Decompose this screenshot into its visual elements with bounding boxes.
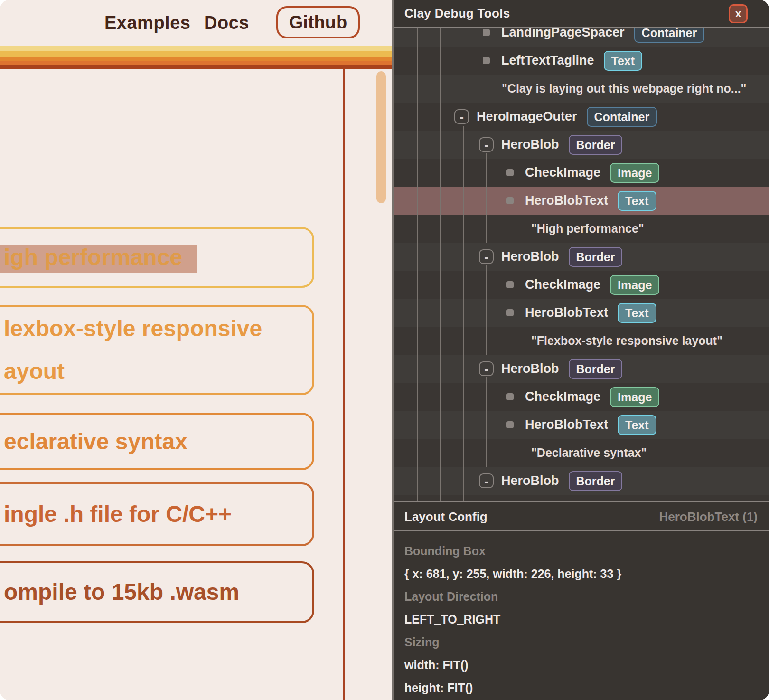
config-field-label: Sizing xyxy=(404,631,759,653)
tree-element-row[interactable]: -HeroBlobBorder xyxy=(394,131,769,159)
element-type-badge: Image xyxy=(610,275,659,295)
tree-indent-guide xyxy=(417,28,418,501)
hero-feature-box: ompile to 15kb .wasm xyxy=(0,561,314,623)
leaf-bullet-icon xyxy=(506,421,514,428)
text-content-preview: "Clay is laying out this webpage right n… xyxy=(502,75,746,103)
element-name: HeroBlobTextText xyxy=(525,187,656,215)
hero-feature-text: ayout xyxy=(0,350,312,393)
config-field-value: { x: 681, y: 255, width: 226, height: 33… xyxy=(404,562,759,585)
nav-docs-link[interactable]: Docs xyxy=(204,0,249,46)
tree-text-preview-row[interactable]: "Clay is laying out this webpage right n… xyxy=(394,75,769,103)
nav-examples-link[interactable]: Examples xyxy=(104,0,190,46)
brand-stripe xyxy=(0,51,392,57)
layout-config-title: Layout Config xyxy=(404,502,488,531)
tree-element-row[interactable]: LeftTextTaglineText xyxy=(394,47,769,75)
github-button[interactable]: Github xyxy=(276,6,360,38)
collapse-minus-icon[interactable]: - xyxy=(479,361,494,376)
tree-element-row[interactable]: CheckImageImage xyxy=(394,159,769,187)
element-type-badge: Image xyxy=(610,163,659,183)
leaf-bullet-icon xyxy=(506,169,514,176)
element-name: HeroBlobBorder xyxy=(501,355,622,383)
page-section-divider xyxy=(343,69,345,700)
element-type-badge: Border xyxy=(569,359,623,379)
tree-element-row[interactable]: -HeroBlobBorder xyxy=(394,355,769,383)
element-name: HeroBlobBorder xyxy=(501,243,622,271)
layout-config-section: Layout Config HeroBlobText (1) Bounding … xyxy=(394,501,769,700)
tree-text-preview-row[interactable]: "High performance" xyxy=(394,215,769,243)
element-type-badge: Container xyxy=(634,28,705,43)
hero-feature-box: ingle .h file for C/C++ xyxy=(0,482,314,546)
hero-feature-text: lexbox-style responsive xyxy=(0,307,312,350)
config-field-label: Bounding Box xyxy=(404,539,759,562)
config-field-value: height: FIT() xyxy=(404,676,759,699)
hero-feature-box: lexbox-style responsiveayout xyxy=(0,305,314,395)
tree-element-row[interactable]: -HeroImageOuterContainer xyxy=(394,103,769,131)
collapse-minus-icon[interactable]: - xyxy=(479,249,494,264)
hero-feature-text: eclarative syntax xyxy=(0,420,312,463)
element-name: LeftTextTaglineText xyxy=(501,47,642,75)
tree-indent-guide xyxy=(486,265,487,355)
element-name: HeroImageOuterContainer xyxy=(477,103,657,131)
tree-element-row[interactable]: HeroBlobTextText xyxy=(394,299,769,327)
config-field-label: Layout Direction xyxy=(404,585,759,608)
layout-config-header: Layout Config HeroBlobText (1) xyxy=(394,502,769,531)
element-name: HeroBlobBorder xyxy=(501,467,622,495)
tree-element-row[interactable]: LandingPageSpacerContainer xyxy=(394,28,769,47)
clay-debug-panel: Clay Debug Tools x LandingPageSpacerCont… xyxy=(392,0,769,700)
brand-stripe xyxy=(0,61,392,65)
config-field-value: LEFT_TO_RIGHT xyxy=(404,608,759,631)
element-type-badge: Container xyxy=(587,107,657,127)
tree-indent-guide xyxy=(440,28,441,501)
collapse-minus-icon[interactable]: - xyxy=(454,109,469,124)
tree-element-row[interactable]: CheckImageImage xyxy=(394,383,769,411)
element-type-badge: Text xyxy=(618,303,656,323)
element-name: LandingPageSpacerContainer xyxy=(501,28,704,47)
hero-feature-box: eclarative syntax xyxy=(0,413,314,470)
hero-feature-text: igh performance xyxy=(0,236,312,279)
tree-indent-guide xyxy=(463,126,464,501)
tree-indent-guide xyxy=(486,377,487,467)
tree-text-preview-row[interactable]: "Declarative syntax" xyxy=(394,439,769,467)
hero-feature-text: ompile to 15kb .wasm xyxy=(0,571,312,614)
element-tree: LandingPageSpacerContainerLeftTextTaglin… xyxy=(394,28,769,501)
element-type-badge: Border xyxy=(569,247,623,267)
app-window: Examples Docs Github igh performancelexb… xyxy=(0,0,769,700)
tree-element-row[interactable]: HeroBlobTextText xyxy=(394,187,769,215)
leaf-bullet-icon xyxy=(506,197,514,204)
debug-panel-header: Clay Debug Tools x xyxy=(394,0,769,28)
leaf-bullet-icon xyxy=(506,281,514,288)
text-content-preview: "Flexbox-style responsive layout" xyxy=(531,327,722,355)
element-name: HeroBlobTextText xyxy=(525,299,656,327)
collapse-minus-icon[interactable]: - xyxy=(479,137,494,152)
element-name: CheckImageImage xyxy=(525,159,659,187)
tree-element-row[interactable]: HeroBlobTextText xyxy=(394,411,769,439)
brand-stripe-bar xyxy=(0,46,392,69)
element-name: HeroBlobBorder xyxy=(501,131,622,159)
element-type-badge: Text xyxy=(618,415,656,435)
element-type-badge: Image xyxy=(610,387,659,407)
brand-stripe xyxy=(0,65,392,69)
element-name: CheckImageImage xyxy=(525,383,659,411)
config-field-value: width: FIT() xyxy=(404,653,759,676)
hero-feature-text: ingle .h file for C/C++ xyxy=(0,493,312,536)
tree-element-row[interactable]: -HeroBlobBorder xyxy=(394,467,769,495)
collapse-minus-icon[interactable]: - xyxy=(479,473,494,488)
leaf-bullet-icon xyxy=(483,57,490,64)
debug-panel-title: Clay Debug Tools xyxy=(404,0,510,27)
brand-stripe xyxy=(0,57,392,61)
tree-element-row[interactable]: CheckImageImage xyxy=(394,271,769,299)
close-icon[interactable]: x xyxy=(729,4,748,23)
text-content-preview: "Declarative syntax" xyxy=(531,439,647,467)
element-type-badge: Border xyxy=(569,135,623,155)
text-content-preview: "High performance" xyxy=(531,215,644,243)
webpage-viewport: Examples Docs Github igh performancelexb… xyxy=(0,0,392,700)
tree-indent-guide xyxy=(486,153,487,243)
page-scrollbar-thumb[interactable] xyxy=(376,71,386,203)
tree-text-preview-row[interactable]: "Flexbox-style responsive layout" xyxy=(394,327,769,355)
element-type-badge: Text xyxy=(618,191,656,211)
element-type-badge: Border xyxy=(569,471,623,491)
tree-element-row[interactable]: -HeroBlobBorder xyxy=(394,243,769,271)
selected-element-label: HeroBlobText (1) xyxy=(659,502,758,531)
element-type-badge: Text xyxy=(604,51,643,71)
leaf-bullet-icon xyxy=(506,393,514,400)
